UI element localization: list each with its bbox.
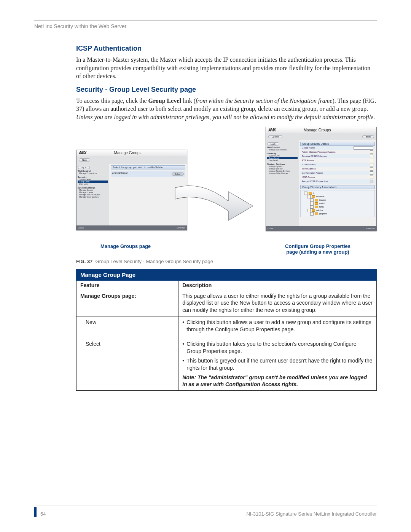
- lbl-group-name: Group Name: [302, 147, 354, 149]
- content-column: ICSP Authentication In a Master-to-Maste…: [76, 45, 377, 391]
- login-button-2[interactable]: Log In: [267, 142, 279, 145]
- chk-encrypt[interactable]: [370, 180, 373, 183]
- row3-desc-1: Clicking this button takes you to the se…: [186, 340, 373, 355]
- para-sec-b: Group Level: [148, 97, 181, 104]
- select-button[interactable]: Select: [172, 173, 184, 176]
- tree-e[interactable]: poloize: [316, 209, 323, 211]
- nav2-user-level[interactable]: User Level: [267, 159, 298, 161]
- lbl-ftp: FTP Access: [302, 159, 370, 161]
- new-button[interactable]: New: [79, 158, 90, 161]
- row3-note: Note: The "administrator" group can't be…: [182, 374, 373, 388]
- chk-root[interactable]: [304, 192, 307, 195]
- nav-manage-other[interactable]: Manage Other Devices: [78, 196, 108, 198]
- login-button[interactable]: Log In: [78, 166, 90, 169]
- lbl-icsp: ICSP Access: [302, 176, 370, 178]
- status-close-2[interactable]: Close: [268, 227, 273, 230]
- details-header: Group Security Details: [300, 142, 375, 146]
- table-title: Manage Group Page: [76, 269, 377, 280]
- row3-feature: Select: [76, 338, 178, 391]
- tree-d[interactable]: fonts: [319, 206, 324, 208]
- chk-terminal[interactable]: [370, 155, 373, 158]
- left-toolbar: New: [76, 156, 187, 164]
- lbl-http: HTTP Access: [302, 163, 370, 166]
- update-button[interactable]: Update: [268, 135, 282, 138]
- top-rule: [34, 21, 377, 21]
- folder-icon: [315, 202, 318, 205]
- page-number-block: 54: [34, 507, 46, 517]
- right-main-panel: Group Security Details Group Name Admin …: [299, 140, 376, 231]
- chk-telnet[interactable]: [370, 167, 373, 171]
- figure-37: AMX Manage Groups New Log In WebControl …: [76, 127, 377, 241]
- left-sidebar: Log In WebControl Manage Connections Sec…: [76, 164, 109, 230]
- chk-a[interactable]: [307, 195, 311, 198]
- para-sec-f: Unless you are logged in with administra…: [76, 114, 375, 120]
- chk-b[interactable]: [310, 198, 314, 202]
- figure-text: Group Level Security - Manage Groups Sec…: [96, 259, 213, 264]
- back-button[interactable]: Back: [362, 135, 374, 138]
- page-number: 54: [40, 511, 46, 517]
- heading-icsp: ICSP Authentication: [76, 45, 377, 53]
- screenshot-right-window: AMX Manage Groups Update Back Log In Web…: [266, 127, 377, 231]
- tree-a[interactable]: whiteball: [316, 195, 324, 198]
- chk-http[interactable]: [370, 163, 373, 166]
- chk-ftp[interactable]: [370, 159, 373, 162]
- input-group-name[interactable]: [354, 146, 373, 150]
- tree-b[interactable]: images: [319, 199, 326, 201]
- chk-e[interactable]: [307, 209, 311, 212]
- chk-d[interactable]: [310, 205, 314, 209]
- para-icsp: In a Master-to-Master system, the Master…: [76, 56, 377, 80]
- caption-left: Manage Groups page: [76, 243, 175, 255]
- footer-accent-bar: [34, 507, 37, 517]
- caption-right-1: Configure Group Properties: [285, 243, 350, 249]
- figure-captions: Manage Groups page Configure Group Prope…: [76, 243, 377, 255]
- para-sec-d: from within the Security section of the …: [196, 97, 332, 104]
- figure-label: FIG. 37: [76, 259, 92, 264]
- col-feature: Feature: [76, 280, 178, 290]
- heading-security: Security - Group Level Security page: [76, 86, 377, 94]
- right-title: Manage Groups: [304, 128, 331, 132]
- row2-desc: •Clicking this button allows a user to a…: [178, 316, 377, 338]
- row3-desc: •Clicking this button takes you to the s…: [178, 338, 377, 391]
- arrow-icon: [171, 184, 255, 230]
- nav2-manage-connections[interactable]: Manage Connections: [267, 149, 298, 151]
- right-status-bar: Close Ethernet: [266, 226, 376, 231]
- para-sec-a: To access this page, click the: [76, 97, 148, 104]
- folder-icon: [309, 192, 312, 195]
- chk-admin-change[interactable]: [370, 150, 373, 154]
- nav-user-level[interactable]: User Level: [78, 183, 108, 185]
- status-ethernet-2: Ethernet: [366, 227, 375, 230]
- right-sidebar: Log In WebControl Manage Connections Sec…: [266, 140, 299, 231]
- right-toolbar: Update Back: [266, 133, 376, 140]
- chk-c[interactable]: [310, 202, 314, 205]
- row3-desc-2: This button is greyed-out if the current…: [186, 357, 373, 372]
- row1-feature: Manage Groups page:: [76, 290, 178, 316]
- amx-logo-2: AMX: [268, 128, 276, 132]
- figure-number-line: FIG. 37 Group Level Security - Manage Gr…: [76, 259, 377, 264]
- row2-feature: New: [76, 316, 178, 338]
- caption-right-2: page (adding a new group): [286, 249, 349, 255]
- left-instruction: Select the group you wish to modify/dele…: [111, 165, 185, 169]
- folder-icon: [315, 206, 318, 208]
- para-sec-c: link (: [181, 97, 196, 104]
- tree-root[interactable]: /: [313, 192, 314, 194]
- nav2-manage-other[interactable]: Manage Other Devices: [267, 172, 298, 174]
- tree-f[interactable]: graphics: [319, 212, 327, 215]
- tree-c[interactable]: mainfr: [319, 202, 325, 204]
- page: NetLinx Security within the Web Server I…: [0, 0, 411, 532]
- chk-config[interactable]: [370, 171, 373, 175]
- lbl-admin-change: Admin Change Password Access: [302, 151, 370, 153]
- nav-manage-connections[interactable]: Manage Connections: [78, 172, 108, 174]
- left-status-bar: Close Ethernet: [76, 225, 187, 230]
- status-close[interactable]: Close: [78, 227, 84, 229]
- left-title: Manage Groups: [114, 151, 142, 155]
- dir-tree: / whiteball images mainfr fonts poloize …: [300, 190, 375, 217]
- dir-header: Group Directory Associations: [300, 185, 375, 189]
- row1-desc-text: This page allows a user to either modify…: [182, 293, 373, 313]
- row2-desc-text: Clicking this button allows a user to ad…: [186, 319, 373, 333]
- footer-rule: [34, 505, 377, 505]
- col-description: Description: [178, 280, 377, 290]
- chk-icsp[interactable]: [370, 176, 373, 179]
- chk-f[interactable]: [310, 212, 314, 216]
- caption-right: Configure Group Properties page (adding …: [259, 243, 377, 255]
- folder-icon: [315, 199, 318, 201]
